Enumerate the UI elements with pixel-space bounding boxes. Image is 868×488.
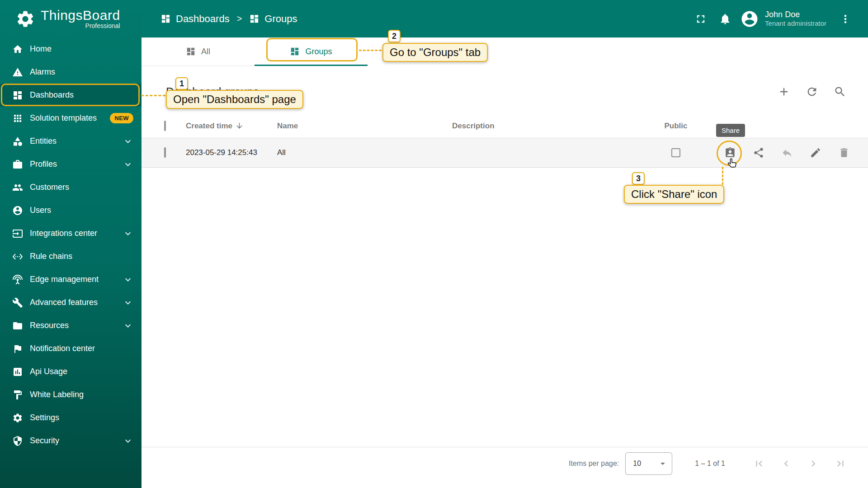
sidebar-item-home[interactable]: Home: [0, 38, 142, 61]
sidebar-item-rule-chains[interactable]: Rule chains: [0, 245, 142, 268]
chevron-right-icon: [807, 458, 819, 469]
add-group-button[interactable]: [774, 82, 794, 102]
breadcrumb-current-label: Groups: [264, 13, 297, 25]
sidebar-item-label: Rule chains: [30, 252, 133, 261]
column-header-created-time[interactable]: Created time: [186, 122, 277, 131]
tab-groups-label: Groups: [305, 47, 332, 56]
table-row[interactable]: 2023-05-29 14:25:43 All: [142, 138, 868, 168]
table-header-row: Created time Name Description Public: [142, 114, 868, 138]
breadcrumb: Dashboards > Groups: [160, 13, 297, 25]
sidebar: ThingsBoard Professional Home Alarms Das…: [0, 0, 142, 488]
pencil-icon: [810, 147, 821, 159]
cell-created-time: 2023-05-29 14:25:43: [186, 148, 277, 157]
delete-button[interactable]: [838, 147, 850, 159]
paginator-nav: [749, 454, 850, 474]
breadcrumb-separator: >: [237, 14, 242, 24]
sidebar-item-notification-center[interactable]: Notification center: [0, 337, 142, 360]
chevron-down-icon: [123, 297, 133, 308]
breadcrumb-dashboards[interactable]: Dashboards: [160, 13, 230, 25]
sidebar-item-label: Customers: [30, 183, 133, 192]
page-range-label: 1 – 1 of 1: [695, 460, 725, 468]
edit-button[interactable]: [810, 147, 821, 159]
sidebar-item-label: Security: [30, 436, 116, 446]
sidebar-item-label: Advanced features: [30, 298, 116, 307]
gear-logo-icon: [15, 9, 35, 29]
sidebar-item-settings[interactable]: Settings: [0, 406, 142, 429]
cell-name: All: [277, 148, 452, 157]
table-toolbar: [774, 82, 850, 102]
user-name: John Doe: [765, 9, 826, 20]
sidebar-item-edge-management[interactable]: Edge management: [0, 268, 142, 291]
share-icon: [753, 147, 764, 159]
public-checkbox[interactable]: [671, 148, 680, 157]
entities-icon: [12, 136, 23, 147]
previous-page-button[interactable]: [776, 454, 796, 474]
dashboards-icon: [290, 47, 300, 56]
sidebar-item-api-usage[interactable]: Api Usage: [0, 360, 142, 383]
sidebar-item-solution-templates[interactable]: Solution templates NEW: [0, 107, 142, 130]
people-icon: [12, 182, 23, 193]
chevron-left-icon: [780, 458, 792, 469]
breadcrumb-groups[interactable]: Groups: [249, 13, 297, 25]
sidebar-item-resources[interactable]: Resources: [0, 314, 142, 337]
column-header-public: Public: [633, 122, 719, 131]
tab-all-label: All: [201, 47, 210, 56]
sidebar-item-advanced-features[interactable]: Advanced features: [0, 291, 142, 314]
column-header-name[interactable]: Name: [277, 122, 452, 131]
shield-icon: [12, 436, 23, 446]
column-header-description[interactable]: Description: [452, 122, 633, 131]
tab-all[interactable]: All: [142, 38, 255, 66]
fullscreen-button[interactable]: [690, 8, 712, 30]
last-page-button[interactable]: [830, 454, 850, 474]
sidebar-item-users[interactable]: Users: [0, 199, 142, 222]
sidebar-item-label: Entities: [30, 136, 116, 146]
user-avatar[interactable]: [739, 8, 760, 30]
notifications-button[interactable]: [714, 8, 736, 30]
sidebar-item-label: Home: [30, 44, 133, 54]
sort-desc-arrow-icon: [235, 122, 244, 130]
first-page-icon: [753, 458, 765, 469]
sidebar-item-label: Users: [30, 206, 133, 215]
sidebar-item-integrations-center[interactable]: Integrations center: [0, 222, 142, 245]
first-page-button[interactable]: [749, 454, 769, 474]
topbar-actions: John Doe Tenant administrator: [690, 8, 856, 30]
tab-groups[interactable]: Groups: [255, 38, 368, 66]
make-private-button[interactable]: [781, 147, 793, 159]
brand-logo[interactable]: ThingsBoard Professional: [0, 0, 142, 38]
breadcrumb-parent-label: Dashboards: [176, 13, 230, 25]
table-title-row: Dashboard groups: [142, 78, 868, 106]
share-link-button[interactable]: [753, 147, 764, 159]
sidebar-item-customers[interactable]: Customers: [0, 176, 142, 199]
trash-icon: [838, 147, 850, 159]
sidebar-item-white-labeling[interactable]: White Labeling: [0, 383, 142, 406]
dropdown-arrow-icon: [657, 458, 668, 469]
groups-table: Created time Name Description Public 202…: [142, 114, 868, 168]
row-checkbox[interactable]: [164, 147, 166, 158]
sidebar-item-security[interactable]: Security: [0, 429, 142, 452]
more-menu-button[interactable]: [835, 8, 856, 30]
refresh-button[interactable]: [802, 82, 822, 102]
chevron-down-icon: [123, 159, 133, 170]
items-per-page-select[interactable]: 10: [625, 452, 672, 475]
share-button[interactable]: [724, 147, 736, 159]
sidebar-item-profiles[interactable]: Profiles: [0, 153, 142, 176]
next-page-button[interactable]: [803, 454, 823, 474]
sidebar-item-label: Notification center: [30, 344, 133, 353]
dashboards-icon: [186, 47, 196, 56]
select-all-checkbox[interactable]: [164, 121, 166, 131]
chevron-down-icon: [123, 228, 133, 239]
chevron-down-icon: [123, 136, 133, 147]
sidebar-item-dashboards[interactable]: Dashboards: [0, 84, 142, 107]
sidebar-item-label: Edge management: [30, 275, 116, 284]
search-button[interactable]: [830, 82, 850, 102]
chevron-down-icon: [123, 436, 133, 446]
bell-icon: [719, 13, 731, 25]
sidebar-item-label: Settings: [30, 413, 133, 422]
person-icon: [12, 205, 23, 216]
last-page-icon: [835, 458, 846, 469]
sidebar-item-label: Resources: [30, 321, 116, 330]
sidebar-item-label: Alarms: [30, 67, 133, 77]
sidebar-item-alarms[interactable]: Alarms: [0, 61, 142, 84]
input-icon: [12, 228, 23, 239]
sidebar-item-entities[interactable]: Entities: [0, 130, 142, 153]
